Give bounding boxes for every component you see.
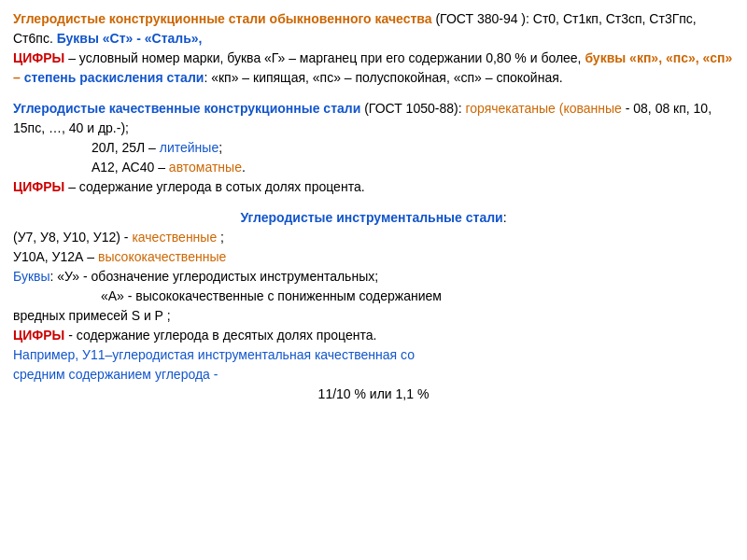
section1-digits-text1: – условный номер марки, буква «Г» – марг… <box>68 50 585 65</box>
section1-digits-label: ЦИФРЫ <box>13 50 64 65</box>
section3-letters-u: : «У» - обозначение углеродистых инструм… <box>50 269 379 284</box>
section-1: Углеродистые конструкционные стали обыкн… <box>13 9 734 88</box>
section3-digits-line: ЦИФРЫ - содержание углерода в десятых до… <box>13 326 734 345</box>
section3-formula: 11/10 % или 1,1 % <box>318 386 430 401</box>
section3-digits-text: - содержание углерода в десятых долях пр… <box>68 328 376 343</box>
section3-title-line: Углеродистые инструментальные стали: <box>13 208 734 228</box>
section3-example-label: Например, <box>13 347 82 362</box>
section3-example-line: Например, У11–углеродистая инструменталь… <box>13 345 734 365</box>
section1-title: Углеродистые конструкционные стали обыкн… <box>13 11 432 26</box>
section3-example-text2: средним содержанием углерода - <box>13 367 218 382</box>
section3-line2: У10А, У12А – высококачественные <box>13 247 734 267</box>
section-2: Углеродистые качественные конструкционны… <box>13 99 734 197</box>
section2-auto-label: автоматные <box>169 160 242 175</box>
section-3: Углеродистые инструментальные стали: (У7… <box>13 208 734 404</box>
section1-deox-label: степень раскисления стали <box>24 70 204 85</box>
section3-a-text2: вредных примесей S и Р ; <box>13 308 171 323</box>
section1-deox-text: : «кп» – кипящая, «пс» – полуспокойная, … <box>204 70 562 85</box>
section2-title: Углеродистые качественные конструкционны… <box>13 101 360 116</box>
section2-hot-label: горячекатаные (кованные <box>465 101 621 116</box>
section3-line1-text: (У7, У8, У10, У12) - <box>13 230 132 245</box>
section3-example-line2: средним содержанием углерода - <box>13 365 734 385</box>
section2-digits-text: – содержание углерода в сотых долях проц… <box>68 179 364 194</box>
section3-example-text: У11–углеродистая инструментальная качест… <box>82 347 415 362</box>
section3-a-line2: вредных примесей S и Р ; <box>13 306 734 326</box>
section2-casting-text: 20Л, 25Л – <box>92 140 160 155</box>
section2-auto-text: А12, АС40 – <box>92 160 169 175</box>
section3-digits-label: ЦИФРЫ <box>13 328 64 343</box>
section3-a-line: «А» - высококачественные с пониженным со… <box>13 287 734 306</box>
section3-line1-label: качественные <box>132 230 217 245</box>
section1-letters-label: Буквы «Ст» - «Сталь», <box>57 31 203 46</box>
section3-letters-label: Буквы <box>13 269 50 284</box>
section3-title: Углеродистые инструментальные стали <box>240 210 502 225</box>
section2-casting-end: ; <box>218 140 222 155</box>
section3-formula-line: 11/10 % или 1,1 % <box>13 385 734 404</box>
section3-line1: (У7, У8, У10, У12) - качественные ; <box>13 228 734 247</box>
section2-casting-label: литейные <box>160 140 218 155</box>
section3-letters-line: Буквы: «У» - обозначение углеродистых ин… <box>13 267 734 287</box>
section3-colon: : <box>503 210 507 225</box>
section2-digits-label: ЦИФРЫ <box>13 179 64 194</box>
section2-auto-end: . <box>242 160 246 175</box>
page: Углеродистые конструкционные стали обыкн… <box>0 0 747 560</box>
section2-gost: (ГОСТ 1050-88): <box>364 101 465 116</box>
section3-a-text: «А» - высококачественные с пониженным со… <box>101 288 442 303</box>
section3-line2-text: У10А, У12А – <box>13 249 98 264</box>
section3-line2-label: высококачественные <box>98 249 226 264</box>
section3-line1-end: ; <box>217 230 224 245</box>
